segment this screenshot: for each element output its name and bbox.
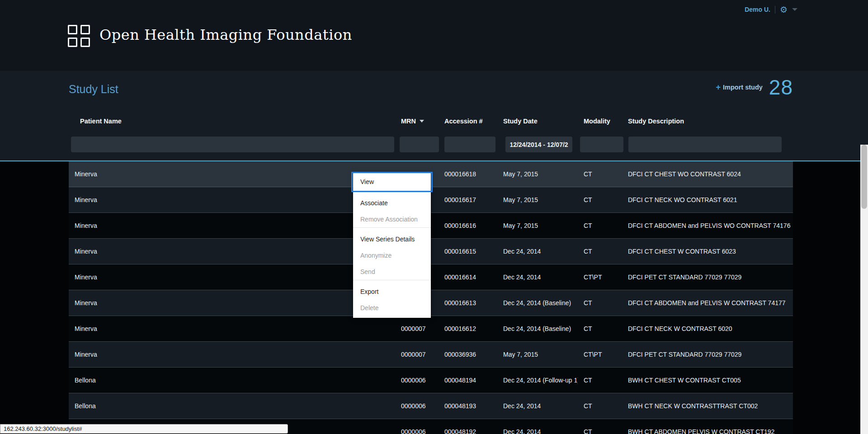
patient-name-filter-input[interactable]	[71, 137, 394, 152]
cell-accession: 000016615	[439, 248, 497, 255]
cell-study-date: Dec 24, 2014 (Baseline)	[497, 299, 578, 307]
cell-accession: 000048192	[439, 428, 497, 434]
menu-item-send[interactable]: Send	[353, 264, 431, 280]
cell-modality: CT	[578, 196, 622, 203]
table-header-row: Patient Name MRN Accession # Study Date …	[69, 114, 793, 128]
table-row[interactable]: Bellona 0000006 000048193 Dec 24, 2014 C…	[69, 393, 793, 419]
column-header-description[interactable]: Study Description	[622, 118, 793, 125]
table-row[interactable]: Minerva 000016613 Dec 24, 2014 (Baseline…	[69, 290, 793, 316]
mrn-filter-input[interactable]	[400, 137, 439, 152]
menu-item-remove-association[interactable]: Remove Association	[353, 211, 431, 227]
row-context-menu: ViewAssociateRemove AssociationView Seri…	[353, 172, 431, 318]
plus-icon: +	[716, 83, 721, 91]
cell-description: DFCI CT NECK WO CONTRAST 6021	[622, 196, 793, 203]
scrollbar-thumb[interactable]	[861, 145, 867, 209]
cell-description: BWH CT NECK W CONTRASTTRAST CT002	[622, 402, 793, 410]
chevron-down-icon[interactable]	[792, 8, 797, 11]
grid-squares-icon	[68, 25, 90, 47]
study-count: 28	[769, 77, 793, 98]
table-row[interactable]: Minerva 0000007 000016612 Dec 24, 2014 (…	[69, 316, 793, 342]
import-area: + Import study 28	[716, 77, 793, 98]
gear-icon[interactable]: ⚙	[780, 5, 788, 14]
cell-patient-name: Minerva	[69, 170, 395, 178]
accession-filter-input[interactable]	[444, 137, 495, 152]
sort-desc-icon	[420, 120, 424, 123]
cell-accession: 000016618	[439, 170, 497, 178]
import-study-label: Import study	[723, 84, 763, 91]
menu-item-anonymize[interactable]: Anonymize	[353, 247, 431, 264]
cell-study-date: Dec 24, 2014 (Baseline)	[497, 325, 578, 332]
page-title: Study List	[69, 83, 118, 96]
cell-accession: 000048193	[439, 402, 497, 410]
cell-accession: 000016616	[439, 222, 497, 229]
cell-description: DFCI CT ABDOMEN and PELVIS W CONTRAST 74…	[622, 299, 793, 307]
scrollbar-track[interactable]	[860, 145, 868, 434]
cell-description: BWH CT CHEST W CONTRAST CT005	[622, 377, 793, 384]
cell-patient-name: Minerva	[69, 248, 395, 255]
cell-patient-name: Minerva	[69, 274, 395, 281]
cell-accession: 000016614	[439, 274, 497, 281]
column-header-modality[interactable]: Modality	[578, 118, 622, 125]
cell-study-date: Dec 24, 2014	[497, 274, 578, 281]
menu-divider	[353, 227, 431, 228]
modality-filter-input[interactable]	[580, 137, 623, 152]
cell-study-date: Dec 24, 2014 (Follow-up 1)	[497, 377, 578, 384]
cell-modality: CT	[578, 170, 622, 178]
column-header-accession[interactable]: Accession #	[439, 118, 497, 125]
study-date-filter-input[interactable]	[505, 137, 572, 152]
menu-item-associate[interactable]: Associate	[353, 195, 431, 211]
study-rows: Minerva 000016618 May 7, 2015 CT DFCI CT…	[69, 161, 793, 434]
cell-patient-name: Minerva	[69, 351, 395, 358]
cell-description: DFCI CT ABDOMEN and PELVIS WO CONTRAST 7…	[622, 222, 793, 229]
cell-mrn: 0000006	[395, 402, 439, 410]
filter-row	[69, 137, 793, 152]
cell-study-date: Dec 24, 2014	[497, 248, 578, 255]
cell-patient-name: Bellona	[69, 377, 395, 384]
cell-modality: CT	[578, 428, 622, 434]
cell-mrn: 0000006	[395, 428, 439, 434]
cell-description: BWH CT ABDOMEN PELVIS W CONTRAST CT192	[622, 428, 793, 434]
cell-modality: CT	[578, 402, 622, 410]
cell-mrn: 0000006	[395, 377, 439, 384]
menu-item-export[interactable]: Export	[353, 283, 431, 300]
cell-description: DFCI CT CHEST W CONTRAST 6023	[622, 248, 793, 255]
table-row[interactable]: Minerva 000016616 May 7, 2015 CT DFCI CT…	[69, 213, 793, 239]
cell-modality: CT	[578, 325, 622, 332]
column-header-mrn[interactable]: MRN	[395, 118, 439, 125]
cell-study-date: May 7, 2015	[497, 196, 578, 203]
menu-item-view[interactable]: View	[351, 172, 433, 192]
cell-accession: 000016613	[439, 299, 497, 307]
cell-accession: 000036936	[439, 351, 497, 358]
table-row[interactable]: Minerva 000016615 Dec 24, 2014 CT DFCI C…	[69, 239, 793, 264]
description-filter-input[interactable]	[628, 137, 782, 152]
app-header: Open Health Imaging Foundation Demo U. ⚙	[0, 0, 868, 71]
column-header-patient-name[interactable]: Patient Name	[69, 118, 395, 125]
cell-description: DFCI PET CT STANDARD 77029 77029	[622, 274, 793, 281]
import-study-button[interactable]: + Import study	[716, 83, 763, 91]
cell-modality: CT\PT	[578, 274, 622, 281]
user-name[interactable]: Demo U.	[745, 6, 770, 13]
cell-description: DFCI PET CT STANDARD 77029 77029	[622, 351, 793, 358]
app-title: Open Health Imaging Foundation	[99, 26, 352, 43]
menu-item-view-series-details[interactable]: View Series Details	[353, 231, 431, 247]
cell-modality: CT\PT	[578, 351, 622, 358]
table-row[interactable]: Minerva 0000007 000036936 May 7, 2015 CT…	[69, 342, 793, 368]
table-row[interactable]: Minerva 000016614 Dec 24, 2014 CT\PT DFC…	[69, 264, 793, 290]
table-row[interactable]: Bellona 0000006 000048194 Dec 24, 2014 (…	[69, 368, 793, 393]
cell-modality: CT	[578, 222, 622, 229]
cell-patient-name: Bellona	[69, 402, 395, 410]
cell-modality: CT	[578, 377, 622, 384]
status-url-tooltip: 162.243.60.32:3000/studylist#	[0, 424, 288, 434]
user-menu[interactable]: Demo U. ⚙	[745, 4, 797, 15]
cell-patient-name: Minerva	[69, 299, 395, 307]
cell-modality: CT	[578, 299, 622, 307]
cell-patient-name: Minerva	[69, 196, 395, 203]
cell-accession: 000016617	[439, 196, 497, 203]
cell-mrn: 0000007	[395, 351, 439, 358]
cell-study-date: May 7, 2015	[497, 170, 578, 178]
cell-patient-name: Minerva	[69, 222, 395, 229]
menu-divider	[353, 280, 431, 280]
column-header-study-date[interactable]: Study Date	[497, 118, 578, 125]
menu-item-delete[interactable]: Delete	[353, 300, 431, 316]
cell-mrn: 0000007	[395, 325, 439, 332]
